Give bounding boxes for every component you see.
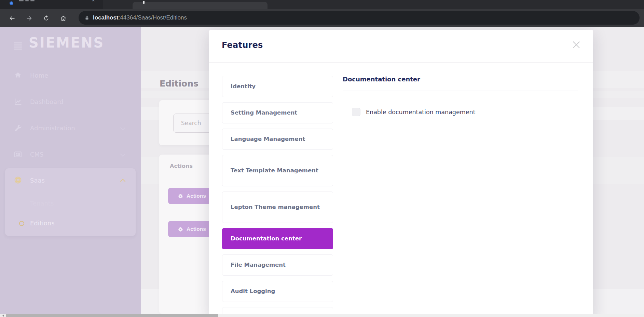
sidebar-item-label: CMS (30, 151, 44, 158)
table-column-header: Actions (170, 163, 193, 169)
scrollbar-thumb[interactable] (6, 314, 218, 317)
url-text: localhost:44364/Saas/Host/Editions (93, 14, 187, 21)
url-path: :44364/Saas/Host/Editions (119, 14, 187, 21)
chart-icon (14, 97, 22, 106)
tab-favicon-icon (143, 1, 145, 4)
globe-icon (14, 176, 22, 184)
sidebar-item-dashboard[interactable]: Dashboard (0, 95, 141, 108)
browser-tab-strip: × (0, 0, 644, 9)
sidebar-subitem-tenants[interactable]: Tenants (0, 196, 141, 210)
feature-tab-list: Identity Setting Management Language Man… (222, 76, 333, 317)
modal-header: Features (209, 30, 593, 63)
enable-documentation-checkbox[interactable] (352, 108, 360, 116)
feature-tab-text-template-management[interactable]: Text Template Management (222, 155, 333, 186)
refresh-button[interactable] (42, 14, 51, 23)
checkbox-label: Enable documentation management (366, 109, 476, 116)
feature-tab-documentation-center[interactable]: Documentation center (222, 228, 333, 249)
horizontal-scrollbar[interactable] (0, 314, 644, 317)
sidebar-item-label: Dashboard (30, 98, 64, 105)
home-icon (14, 71, 22, 79)
page-title: Editions (160, 79, 198, 89)
scroll-left-arrow-icon (2, 315, 4, 317)
feature-tab-lepton-theme-management[interactable]: Lepton Theme management (222, 191, 333, 223)
address-bar[interactable]: localhost:44364/Saas/Host/Editions (79, 11, 640, 25)
chevron-down-icon (120, 125, 126, 131)
feature-tab-identity[interactable]: Identity (222, 76, 333, 97)
sidebar-subitem-label: Tenants (30, 200, 54, 207)
feature-tab-setting-management[interactable]: Setting Management (222, 102, 333, 123)
scroll-left-button[interactable] (0, 314, 6, 317)
sidebar-item-home[interactable]: Home (0, 68, 141, 82)
feature-tab-language-management[interactable]: Language Management (222, 129, 333, 150)
row-actions-label: Actions (187, 193, 206, 199)
browser-tab-active[interactable] (133, 2, 268, 9)
sidebar-item-label: Home (30, 72, 48, 79)
browser-toolbar: localhost:44364/Saas/Host/Editions (0, 9, 644, 27)
newspaper-icon (14, 150, 22, 159)
sidebar-subitem-label: Editions (30, 220, 55, 227)
divider (343, 91, 578, 91)
features-modal: Features Identity Setting Management Lan… (209, 30, 593, 317)
sidebar-item-cms[interactable]: CMS (0, 147, 141, 161)
wrench-icon (14, 124, 22, 132)
tab-close-icon[interactable]: × (92, 0, 98, 6)
brand-logo: SIEMENS (29, 35, 138, 51)
sidebar-item-administration[interactable]: Administration (0, 121, 141, 135)
home-button[interactable] (59, 14, 68, 23)
selected-bullet-icon (19, 221, 24, 226)
enable-documentation-row: Enable documentation management (352, 108, 476, 116)
browser-tab-inactive[interactable]: × (0, 0, 103, 9)
feature-panel-heading: Documentation center (343, 76, 420, 83)
forward-button[interactable] (25, 14, 33, 23)
tab-favicon-icon (10, 1, 13, 5)
chevron-up-icon (120, 179, 126, 184)
menu-toggle-icon[interactable] (14, 42, 22, 50)
tab-title-fragment (19, 0, 24, 1)
close-icon[interactable] (571, 39, 582, 51)
feature-tab-file-management[interactable]: File Management (222, 254, 333, 276)
sidebar-item-label: Saas (30, 177, 45, 184)
tab-title-fragment (25, 0, 29, 1)
modal-title: Features (222, 40, 263, 50)
gear-icon (178, 193, 183, 199)
sidebar: SIEMENS Home Dashboard Administration (0, 27, 141, 314)
row-actions-label: Actions (187, 226, 206, 232)
tab-title-fragment (30, 0, 35, 1)
lock-icon (84, 15, 90, 21)
url-host: localhost (93, 14, 119, 21)
back-button[interactable] (8, 14, 16, 23)
feature-tab-audit-logging[interactable]: Audit Logging (222, 281, 333, 302)
chevron-down-icon (120, 151, 126, 157)
gear-icon (178, 226, 183, 232)
sidebar-item-saas[interactable]: Saas (0, 173, 141, 187)
sidebar-item-label: Administration (30, 124, 75, 132)
